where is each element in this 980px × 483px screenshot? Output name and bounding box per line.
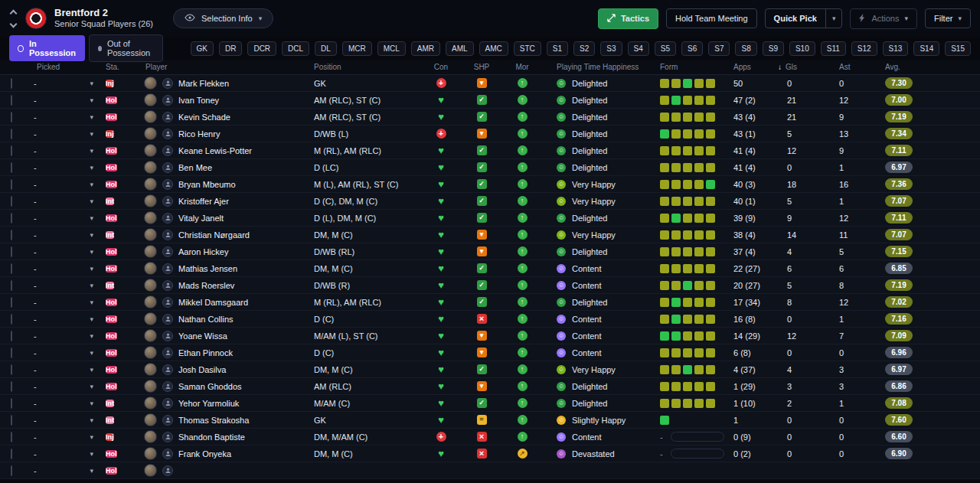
player-name[interactable]: Yehor Yarmoliuk [178,399,239,408]
profile-icon[interactable] [162,145,173,156]
tactics-button[interactable]: Tactics [598,8,658,29]
pos-filter-mcr[interactable]: MCR [342,41,372,56]
row-checkbox[interactable] [11,415,12,426]
row-checkbox[interactable] [11,78,12,89]
profile-icon[interactable] [162,112,173,122]
picked-dropdown[interactable]: - ▾ [28,380,101,393]
collapse-down-icon[interactable] [10,20,18,28]
player-name[interactable]: Saman Ghoddos [178,382,242,391]
profile-icon[interactable] [162,179,173,190]
row-checkbox[interactable] [11,280,12,291]
row-checkbox[interactable] [11,246,12,257]
table-row[interactable]: - ▾ Int Yehor Yarmoliuk M/AM (C) Delight… [0,395,980,412]
table-row[interactable]: - ▾ Hol Mikkel Damsgaard M (RL), AM (RLC… [0,294,980,311]
collapse-up-icon[interactable] [10,9,18,17]
col-sharpness[interactable]: SHP [461,63,502,71]
row-checkbox[interactable] [11,432,12,442]
profile-icon[interactable] [162,449,173,459]
picked-dropdown[interactable]: - ▾ [28,93,101,106]
pos-filter-dcr[interactable]: DCR [247,41,276,56]
table-row[interactable]: - ▾ Int Thomas Strakosha GK Slightly Hap… [0,412,980,429]
pos-filter-aml[interactable]: AML [446,41,474,56]
pos-filter-s4[interactable]: S4 [628,41,649,56]
col-assists[interactable]: Ast [828,63,876,71]
profile-icon[interactable] [162,78,173,89]
row-checkbox[interactable] [11,162,12,173]
row-checkbox[interactable] [11,95,12,106]
pos-filter-s2[interactable]: S2 [573,41,595,56]
player-name[interactable]: Josh Dasilva [178,365,226,374]
table-row[interactable]: - ▾ Hol Ben Mee D (LC) Delighted 41 (4) … [0,159,980,176]
table-row[interactable]: - ▾ Inj Shandon Baptiste DM, M/AM (C) Co… [0,429,980,445]
picked-dropdown[interactable]: - ▾ [28,464,101,477]
selection-info-button[interactable]: Selection Info ▾ [173,8,273,28]
col-condition[interactable]: Con [421,63,461,71]
row-checkbox[interactable] [11,297,12,308]
quick-pick-button[interactable]: Quick Pick ▾ [765,8,843,28]
pos-filter-s7[interactable]: S7 [708,41,730,56]
pos-filter-s9[interactable]: S9 [763,41,784,56]
picked-dropdown[interactable]: - ▾ [28,77,101,90]
player-name[interactable]: Ethan Pinnock [178,348,233,357]
picked-dropdown[interactable]: - ▾ [28,295,101,308]
profile-icon[interactable] [162,95,173,106]
player-name[interactable]: Nathan Collins [178,315,234,324]
row-checkbox[interactable] [11,465,12,476]
pos-filter-s13[interactable]: S13 [883,41,909,56]
profile-icon[interactable] [162,314,173,325]
profile-icon[interactable] [162,465,173,476]
player-name[interactable]: Keane Lewis-Potter [178,146,252,155]
col-apps[interactable]: Apps [726,63,778,71]
row-checkbox[interactable] [11,449,12,459]
row-checkbox[interactable] [11,145,12,156]
pos-filter-s12[interactable]: S12 [851,41,877,56]
row-checkbox[interactable] [11,381,12,392]
profile-icon[interactable] [162,415,173,426]
picked-dropdown[interactable]: - ▾ [28,346,101,359]
table-row[interactable]: - ▾ Hol Bryan Mbeumo M (L), AM (RL), ST … [0,176,980,193]
player-name[interactable]: Ben Mee [178,163,212,172]
row-checkbox[interactable] [11,364,12,375]
pos-filter-stc[interactable]: STC [514,41,541,56]
profile-icon[interactable] [162,213,173,224]
picked-dropdown[interactable]: - ▾ [28,430,101,443]
pos-filter-s11[interactable]: S11 [821,41,846,56]
pos-filter-s6[interactable]: S6 [681,41,703,56]
profile-icon[interactable] [162,162,173,173]
table-row[interactable]: - ▾ Hol Josh Dasilva DM, M (C) Very Happ… [0,361,980,378]
pos-filter-s10[interactable]: S10 [789,41,815,56]
table-row[interactable]: - ▾ Hol Ethan Pinnock D (C) Content 6 (8… [0,344,980,361]
picked-dropdown[interactable]: - ▾ [28,194,101,207]
player-name[interactable]: Rico Henry [178,129,220,139]
profile-icon[interactable] [162,263,173,274]
row-checkbox[interactable] [11,213,12,224]
player-name[interactable]: Mikkel Damsgaard [178,298,248,307]
table-row[interactable]: - ▾ Inj Mark Flekken GK Delighted 50 0 0… [0,75,980,92]
picked-dropdown[interactable]: - ▾ [28,279,101,292]
picked-dropdown[interactable]: - ▾ [28,413,101,426]
player-name[interactable]: Yoane Wissa [178,331,227,341]
picked-dropdown[interactable]: - ▾ [28,363,101,376]
row-checkbox[interactable] [11,263,12,274]
row-checkbox[interactable] [11,230,12,240]
row-checkbox[interactable] [11,331,12,341]
table-row[interactable]: - ▾ Hol Aaron Hickey D/WB (RL) Delighted… [0,243,980,260]
picked-dropdown[interactable]: - ▾ [28,178,101,191]
table-row[interactable]: - ▾ Hol Nathan Collins D (C) Content 16 … [0,311,980,328]
row-checkbox[interactable] [11,112,12,122]
pos-filter-s8[interactable]: S8 [735,41,756,56]
col-position[interactable]: Position [294,63,421,71]
table-row[interactable]: - ▾ Hol Mathias Jensen DM, M (C) Content… [0,260,980,277]
col-form[interactable]: Form [658,63,726,71]
profile-icon[interactable] [162,364,173,375]
player-name[interactable]: Aaron Hickey [178,247,228,256]
picked-dropdown[interactable]: - ▾ [28,144,101,157]
table-row[interactable]: - ▾ Int Kristoffer Ajer D (C), DM, M (C)… [0,193,980,210]
pos-filter-amr[interactable]: AMR [411,41,440,56]
col-happiness[interactable]: Playing Time Happiness [542,63,658,71]
picked-dropdown[interactable]: - ▾ [28,397,101,410]
club-crest[interactable] [25,8,47,29]
row-checkbox[interactable] [11,314,12,325]
player-name[interactable]: Kristoffer Ajer [178,197,229,206]
profile-icon[interactable] [162,246,173,257]
